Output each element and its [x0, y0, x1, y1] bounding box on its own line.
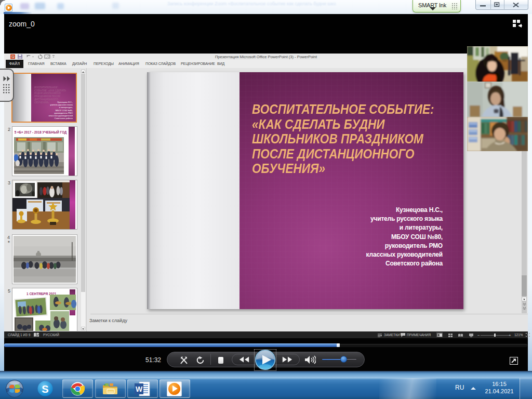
svg-text:P: P — [11, 55, 14, 59]
svg-text:S: S — [42, 383, 48, 395]
svg-text:W: W — [136, 385, 143, 393]
